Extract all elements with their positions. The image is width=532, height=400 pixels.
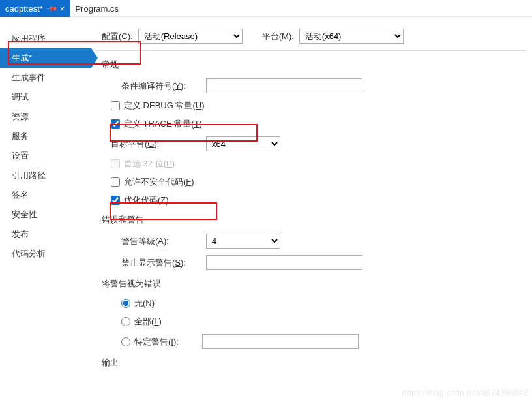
sidebar-item-label: 服务 [12,131,29,141]
prefer-32bit-label: 首选 32 位(P) [124,158,175,170]
warning-level-label: 警告等级(A): [121,236,206,247]
sidebar-item-signing[interactable]: 签名 [0,185,91,205]
sidebar-item-label: 资源 [12,112,29,121]
define-trace-checkbox[interactable] [111,119,120,129]
optimize-code-checkbox[interactable] [111,196,120,205]
sidebar-item-code-analysis[interactable]: 代码分析 [0,244,91,264]
suppress-warnings-label: 禁止显示警告(S): [121,257,206,269]
sidebar-item-security[interactable]: 安全性 [0,205,91,224]
sidebar-item-services[interactable]: 服务 [0,127,91,146]
optimize-code-label: 优化代码(Z) [124,194,169,206]
sidebar-item-publish[interactable]: 发布 [0,224,91,244]
symbols-label: 条件编译符号(Y): [121,80,206,92]
allow-unsafe-checkbox[interactable] [111,177,120,187]
sidebar-item-debug[interactable]: 调试 [0,87,91,107]
tab-label: Program.cs [75,4,118,14]
sidebar-item-label: 引用路径 [12,170,46,180]
treat-none-radio[interactable] [121,299,130,308]
allow-unsafe-label: 允许不安全代码(F) [124,176,194,188]
prefer-32bit-checkbox [111,159,120,168]
sidebar-item-label: 应用程序 [12,33,46,43]
treat-specific-input[interactable] [202,334,359,349]
define-debug-checkbox[interactable] [111,101,120,110]
sidebar-item-label: 生成事件 [12,72,46,82]
sidebar-item-resources[interactable]: 资源 [0,107,91,127]
close-icon[interactable]: × [60,4,65,14]
section-output: 输出 [102,357,532,369]
treat-specific-label: 特定警告(I): [134,336,202,348]
define-debug-label: 定义 DEBUG 常量(U) [124,100,205,112]
define-trace-label: 定义 TRACE 常量(T) [124,118,202,130]
target-platform-select[interactable]: x64 [206,136,280,151]
tab-bar: cadpttest* 📌 × Program.cs [0,0,532,17]
sidebar-item-settings[interactable]: 设置 [0,146,91,166]
suppress-warnings-input[interactable] [206,255,362,270]
tab-program[interactable]: Program.cs [70,0,123,17]
tab-label: cadpttest* [5,4,43,14]
sidebar: 应用程序 生成* 生成事件 调试 资源 服务 设置 引用路径 签名 安全性 发布… [0,17,91,400]
treat-none-label: 无(N) [134,298,155,309]
pin-icon[interactable]: 📌 [45,2,57,14]
treat-specific-radio[interactable] [121,337,130,346]
treat-all-radio[interactable] [121,317,130,326]
section-general: 常规 [102,59,532,70]
configuration-label: 配置(C): [102,31,133,42]
section-errors-warnings: 错误和警告 [102,214,532,226]
sidebar-item-label: 调试 [12,92,29,102]
section-treat-warnings: 将警告视为错误 [102,278,532,290]
sidebar-item-build[interactable]: 生成* [0,48,91,68]
sidebar-item-label: 发布 [12,229,29,239]
platform-select[interactable]: 活动(x64) [299,29,404,44]
tab-cadpttest[interactable]: cadpttest* 📌 × [0,0,70,17]
sidebar-item-label: 安全性 [12,209,37,219]
sidebar-item-label: 签名 [12,190,29,200]
sidebar-item-application[interactable]: 应用程序 [0,29,91,48]
platform-label: 平台(M): [262,31,294,42]
sidebar-item-reference-paths[interactable]: 引用路径 [0,166,91,185]
treat-all-label: 全部(L) [134,316,162,328]
sidebar-item-label: 设置 [12,151,29,161]
target-platform-label: 目标平台(G): [111,138,206,150]
warning-level-select[interactable]: 4 [206,234,280,249]
configuration-select[interactable]: 活动(Release) [138,29,243,44]
sidebar-item-label: 生成* [12,53,32,63]
sidebar-item-label: 代码分析 [12,249,46,258]
sidebar-item-build-events[interactable]: 生成事件 [0,68,91,87]
build-settings-panel: 配置(C): 活动(Release) 平台(M): 活动(x64) 常规 条件编… [91,17,532,400]
symbols-input[interactable] [206,78,362,93]
